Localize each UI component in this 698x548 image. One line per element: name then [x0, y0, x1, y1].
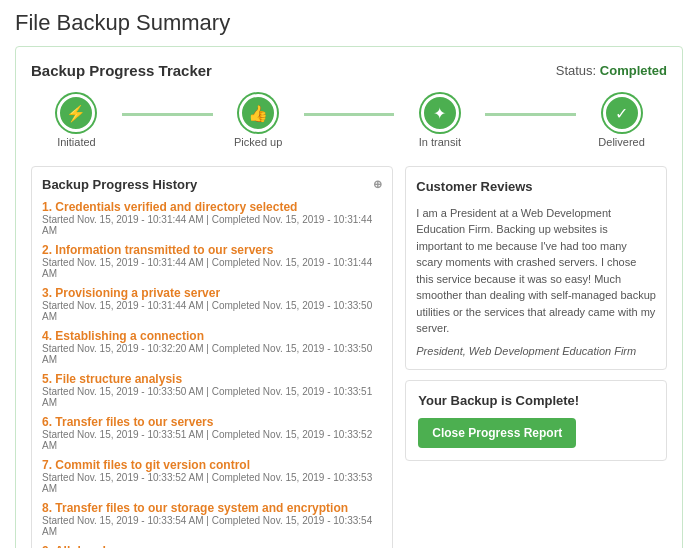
tracker-line-2	[304, 113, 395, 116]
history-item-title-2: 2. Information transmitted to our server…	[42, 243, 382, 257]
tracker-step-delivered: ✓ Delivered	[576, 94, 667, 148]
backup-card-title: Backup Progress Tracker	[31, 62, 212, 79]
complete-title: Your Backup is Complete!	[418, 393, 654, 408]
review-text: I am a President at a Web Development Ed…	[416, 205, 656, 337]
history-list: 1. Credentials verified and directory se…	[42, 200, 382, 548]
history-item-8: 8. Transfer files to our storage system …	[42, 501, 382, 537]
history-item-detail-6: Started Nov. 15, 2019 - 10:33:51 AM | Co…	[42, 429, 382, 451]
page-wrapper: File Backup Summary Backup Progress Trac…	[0, 0, 698, 548]
bottom-grid: Backup Progress History ⊕ 1. Credentials…	[31, 166, 667, 548]
history-item-title-6: 6. Transfer files to our servers	[42, 415, 382, 429]
history-item-detail-7: Started Nov. 15, 2019 - 10:33:52 AM | Co…	[42, 472, 382, 494]
history-item-detail-3: Started Nov. 15, 2019 - 10:31:44 AM | Co…	[42, 300, 382, 322]
history-item-title-7: 7. Commit files to git version control	[42, 458, 382, 472]
reviews-section-title: Customer Reviews	[416, 177, 656, 197]
tracker-step-pickedup: 👍 Picked up	[213, 94, 304, 148]
history-item-3: 3. Provisioning a private server Started…	[42, 286, 382, 322]
backup-card: Backup Progress Tracker Status: Complete…	[15, 46, 683, 548]
history-item-detail-8: Started Nov. 15, 2019 - 10:33:54 AM | Co…	[42, 515, 382, 537]
tracker-label-delivered: Delivered	[598, 136, 644, 148]
history-item-title-1: 1. Credentials verified and directory se…	[42, 200, 382, 214]
tracker-label-initiated: Initiated	[57, 136, 96, 148]
close-progress-button[interactable]: Close Progress Report	[418, 418, 576, 448]
history-item-title-8: 8. Transfer files to our storage system …	[42, 501, 382, 515]
history-item-title-5: 5. File structure analysis	[42, 372, 382, 386]
history-item-title-4: 4. Establishing a connection	[42, 329, 382, 343]
history-item-title-3: 3. Provisioning a private server	[42, 286, 382, 300]
expand-icon[interactable]: ⊕	[373, 178, 382, 191]
tracker-circle-pickedup: 👍	[239, 94, 277, 132]
history-section-title: Backup Progress History ⊕	[42, 177, 382, 192]
reviews-column: Customer Reviews I am a President at a W…	[405, 166, 667, 548]
progress-tracker: ⚡ Initiated 👍 Picked up ✦ In transit ✓ D…	[31, 94, 667, 148]
history-item-detail-4: Started Nov. 15, 2019 - 10:32:20 AM | Co…	[42, 343, 382, 365]
history-item-detail-5: Started Nov. 15, 2019 - 10:33:50 AM | Co…	[42, 386, 382, 408]
history-item-detail-1: Started Nov. 15, 2019 - 10:31:44 AM | Co…	[42, 214, 382, 236]
card-header: Backup Progress Tracker Status: Complete…	[31, 62, 667, 79]
history-item-1: 1. Credentials verified and directory se…	[42, 200, 382, 236]
history-item-4: 4. Establishing a connection Started Nov…	[42, 329, 382, 365]
history-item-6: 6. Transfer files to our servers Started…	[42, 415, 382, 451]
history-item-9: 9. All done! Completed Nov. 15, 2019 - 1…	[42, 544, 382, 548]
history-item-2: 2. Information transmitted to our server…	[42, 243, 382, 279]
history-item-detail-2: Started Nov. 15, 2019 - 10:31:44 AM | Co…	[42, 257, 382, 279]
tracker-line-3	[485, 113, 576, 116]
tracker-circle-initiated: ⚡	[57, 94, 95, 132]
tracker-circle-intransit: ✦	[421, 94, 459, 132]
status-value: Completed	[600, 63, 667, 78]
history-column: Backup Progress History ⊕ 1. Credentials…	[31, 166, 393, 548]
tracker-line-1	[122, 113, 213, 116]
history-item-title-9: 9. All done!	[42, 544, 382, 548]
tracker-label-intransit: In transit	[419, 136, 461, 148]
complete-box: Your Backup is Complete! Close Progress …	[405, 380, 667, 461]
tracker-step-initiated: ⚡ Initiated	[31, 94, 122, 148]
review-box: Customer Reviews I am a President at a W…	[405, 166, 667, 370]
tracker-label-pickedup: Picked up	[234, 136, 282, 148]
status-label: Status: Completed	[556, 63, 667, 78]
tracker-circle-delivered: ✓	[603, 94, 641, 132]
review-author: President, Web Development Education Fir…	[416, 343, 656, 360]
history-item-5: 5. File structure analysis Started Nov. …	[42, 372, 382, 408]
tracker-step-intransit: ✦ In transit	[394, 94, 485, 148]
history-item-7: 7. Commit files to git version control S…	[42, 458, 382, 494]
page-title: File Backup Summary	[15, 10, 683, 36]
